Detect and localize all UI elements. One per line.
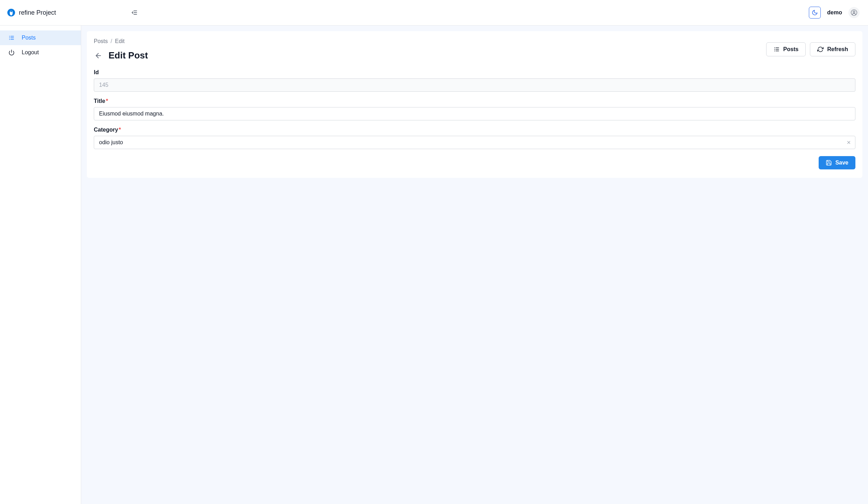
sidebar-item-logout[interactable]: Logout	[0, 45, 81, 60]
required-indicator: *	[106, 98, 108, 104]
form-group-title: Title*	[94, 98, 855, 120]
form-group-id: Id	[94, 69, 855, 92]
brand-logo-icon	[7, 8, 15, 17]
edit-card: Posts / Edit Edit Post	[87, 31, 862, 178]
x-icon	[846, 140, 851, 145]
button-label: Refresh	[827, 46, 848, 52]
refresh-icon	[817, 46, 824, 52]
category-label: Category*	[94, 127, 855, 133]
breadcrumb-item: Edit	[115, 38, 125, 44]
app-header: refine Project demo	[0, 0, 868, 26]
clear-selection-button[interactable]	[846, 140, 851, 145]
menu-collapse-icon	[131, 9, 138, 16]
id-input	[94, 78, 855, 92]
category-select[interactable]	[94, 136, 855, 149]
back-button[interactable]	[94, 51, 103, 60]
svg-point-21	[775, 51, 775, 51]
power-icon	[8, 49, 15, 56]
breadcrumb: Posts / Edit	[94, 38, 148, 44]
brand-text: refine Project	[19, 9, 56, 16]
page-title: Edit Post	[108, 50, 148, 61]
user-avatar[interactable]	[848, 7, 860, 18]
header-left: refine Project	[7, 8, 139, 18]
username-label: demo	[827, 9, 842, 16]
sidebar: Posts Logout	[0, 26, 81, 504]
svg-point-11	[9, 36, 10, 36]
header-right: demo	[809, 7, 860, 19]
sidebar-item-label: Logout	[22, 49, 39, 56]
title-label: Title*	[94, 98, 855, 104]
refresh-button[interactable]: Refresh	[810, 42, 855, 56]
breadcrumb-item[interactable]: Posts	[94, 38, 108, 44]
save-icon	[826, 160, 832, 166]
breadcrumb-separator: /	[111, 38, 112, 44]
title-input[interactable]	[94, 107, 855, 120]
svg-point-12	[9, 38, 10, 38]
theme-toggle-button[interactable]	[809, 7, 821, 19]
arrow-left-icon	[94, 52, 102, 59]
sidebar-item-label: Posts	[22, 35, 36, 41]
sidebar-item-posts[interactable]: Posts	[0, 30, 81, 45]
main-content: Posts / Edit Edit Post	[81, 26, 868, 504]
list-icon	[8, 35, 15, 41]
moon-icon	[812, 9, 818, 16]
posts-list-button[interactable]: Posts	[766, 42, 806, 56]
button-label: Posts	[783, 46, 799, 52]
sidebar-collapse-button[interactable]	[130, 8, 139, 18]
svg-point-13	[9, 39, 10, 40]
svg-point-19	[775, 48, 775, 48]
save-button[interactable]: Save	[819, 156, 855, 169]
user-icon	[850, 9, 858, 16]
required-indicator: *	[119, 127, 121, 133]
button-label: Save	[835, 160, 848, 166]
form-group-category: Category*	[94, 127, 855, 149]
id-label: Id	[94, 69, 855, 76]
svg-point-7	[853, 11, 855, 13]
svg-point-20	[775, 49, 775, 50]
list-icon	[774, 46, 780, 52]
svg-point-2	[10, 10, 12, 12]
